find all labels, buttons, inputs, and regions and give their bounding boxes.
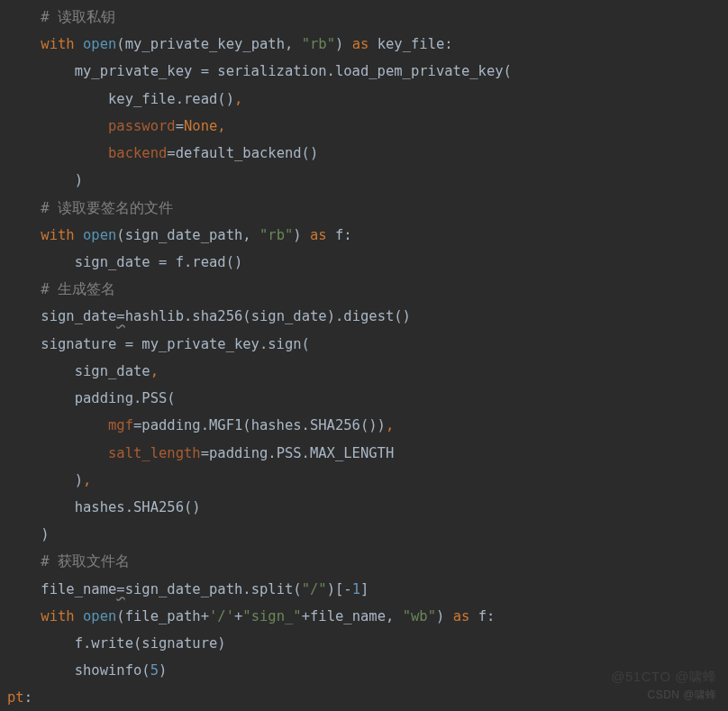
- token-s: '/': [209, 608, 234, 624]
- token-arg: password: [108, 118, 176, 134]
- token-s: "rb": [302, 36, 335, 52]
- code-line: ),: [7, 467, 728, 494]
- token-p: =: [176, 118, 184, 134]
- token-p: ): [159, 662, 167, 679]
- token-kw: ,: [150, 363, 159, 379]
- token-fn: open: [83, 227, 116, 243]
- code-line: signature = my_private_key.sign(: [7, 331, 728, 358]
- token-p: sign_date = f.read(): [75, 254, 243, 270]
- token-kw: ,: [234, 91, 242, 107]
- token-p: =padding.PSS.MAX_LENGTH: [201, 445, 395, 461]
- token-c: # 读取私钥: [41, 9, 115, 25]
- token-kw: as: [453, 608, 478, 624]
- code-line: sign_date = f.read(): [7, 249, 728, 276]
- token-kw: as: [352, 36, 378, 52]
- token-p: +: [234, 608, 242, 624]
- code-line: hashes.SHA256(): [7, 494, 728, 521]
- token-p: ,: [242, 227, 259, 243]
- token-c: # 获取文件名: [41, 553, 130, 570]
- code-line: # 获取文件名: [7, 548, 728, 575]
- code-line: # 生成签名: [7, 276, 728, 303]
- token-p: )[-: [327, 581, 352, 597]
- token-arg: mgf: [108, 417, 133, 433]
- token-p: sign_date_path.split(: [125, 581, 302, 597]
- token-p: ,: [285, 36, 302, 52]
- code-line: # 读取私钥: [7, 4, 728, 31]
- token-p: ): [335, 36, 352, 52]
- code-line: padding.PSS(: [7, 385, 728, 412]
- token-p: ): [436, 608, 453, 624]
- token-kw: ,: [386, 417, 394, 433]
- code-line: mgf=padding.MGF1(hashes.SHA256()),: [7, 412, 728, 439]
- code-line: backend=default_backend(): [7, 140, 728, 167]
- token-s: "sign_": [242, 608, 301, 624]
- token-kw: pt: [7, 689, 24, 706]
- token-fn: open: [83, 608, 116, 624]
- token-kw: None: [184, 118, 217, 134]
- token-p: my_private_key = serialization.load_pem_…: [75, 63, 512, 79]
- code-line: with open(file_path+'/'+"sign_"+file_nam…: [7, 603, 728, 630]
- token-p: key_file:: [378, 36, 453, 52]
- token-p: ): [75, 472, 83, 488]
- token-p: =default_backend(): [167, 145, 318, 161]
- token-kw: with: [41, 36, 83, 52]
- token-kw: with: [41, 608, 83, 624]
- token-c: # 生成签名: [41, 281, 115, 297]
- token-p: sign_date: [75, 363, 150, 379]
- token-p: =padding.MGF1(hashes.SHA256()): [133, 417, 386, 433]
- code-line: ): [7, 167, 728, 194]
- token-arg: salt_length: [108, 445, 201, 461]
- token-kw: with: [41, 227, 83, 243]
- watermark-csdn: CSDN @啸蜂: [647, 685, 717, 706]
- code-line: sign_date=hashlib.sha256(sign_date).dige…: [7, 303, 728, 330]
- token-kw: as: [310, 227, 335, 243]
- code-line: file_name=sign_date_path.split("/")[-1]: [7, 576, 728, 603]
- token-s: "wb": [403, 608, 436, 624]
- token-p: ,: [386, 608, 403, 624]
- token-kw: ,: [83, 472, 91, 488]
- token-num: 1: [352, 581, 360, 597]
- token-p: ): [41, 526, 49, 542]
- token-p: f.write(signature): [75, 635, 226, 652]
- token-p: hashes.SHA256(): [75, 499, 201, 515]
- token-p: key_file.read(): [108, 91, 234, 107]
- code-line: ): [7, 521, 728, 548]
- token-p: =: [116, 308, 124, 324]
- token-p: (sign_date_path: [116, 227, 242, 243]
- code-block: # 读取私钥 with open(my_private_key_path, "r…: [0, 0, 728, 711]
- code-line: salt_length=padding.PSS.MAX_LENGTH: [7, 440, 728, 467]
- token-p: ): [293, 227, 310, 243]
- token-p: (file_path+: [116, 608, 209, 624]
- code-line: f.write(signature): [7, 630, 728, 657]
- token-p: :: [24, 689, 32, 706]
- code-line: with open(sign_date_path, "rb") as f:: [7, 222, 728, 249]
- token-p: sign_date: [41, 308, 116, 324]
- token-p: +file_name: [302, 608, 386, 624]
- token-p: f:: [335, 227, 352, 243]
- token-p: ): [75, 172, 83, 188]
- token-p: (my_private_key_path: [116, 36, 285, 52]
- code-line: with open(my_private_key_path, "rb") as …: [7, 31, 728, 58]
- token-s: "/": [302, 581, 327, 597]
- code-line: # 读取要签名的文件: [7, 195, 728, 222]
- code-line: key_file.read(),: [7, 86, 728, 113]
- code-line: sign_date,: [7, 358, 728, 385]
- token-p: ]: [360, 581, 369, 597]
- code-line: password=None,: [7, 113, 728, 140]
- token-c: # 读取要签名的文件: [41, 200, 173, 216]
- token-p: signature = my_private_key.sign(: [41, 336, 310, 352]
- code-line: my_private_key = serialization.load_pem_…: [7, 58, 728, 85]
- token-p: hashlib.sha256(sign_date).digest(): [125, 308, 411, 324]
- token-p: padding.PSS(: [75, 390, 176, 406]
- token-s: "rb": [259, 227, 293, 243]
- token-p: file_name: [41, 581, 116, 597]
- token-kw: ,: [217, 118, 225, 134]
- token-p: =: [116, 581, 124, 597]
- token-p: f:: [478, 608, 496, 624]
- token-fn: open: [83, 36, 116, 52]
- token-arg: backend: [108, 145, 167, 161]
- token-num: 5: [150, 662, 159, 679]
- token-p: showinfo(: [75, 662, 150, 679]
